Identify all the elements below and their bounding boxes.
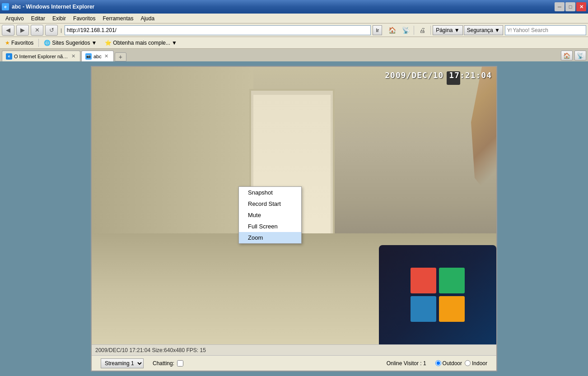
sites-sugeridos-button[interactable]: 🌐 Sites Sugeridos ▼ (41, 38, 100, 47)
obtenha-dropdown-icon: ▼ (172, 40, 177, 46)
add-favorites-button[interactable]: ★ Favoritos (2, 38, 37, 47)
context-mute[interactable]: Mute (239, 209, 301, 221)
tab-abc[interactable]: 📷 abc ✕ (81, 51, 114, 61)
star-icon: ★ (5, 40, 10, 46)
context-record-start[interactable]: Record Start (239, 198, 301, 209)
outdoor-radio[interactable] (435, 360, 441, 366)
indoor-radio[interactable] (465, 360, 471, 366)
streaming-dropdown[interactable]: Streaming 1 Streaming 2 (101, 358, 144, 368)
search-input[interactable] (513, 27, 584, 33)
tab-home-btn[interactable]: 🏠 (561, 51, 573, 60)
separator2 (430, 26, 431, 35)
logo-red-quad (411, 268, 436, 293)
tab-abc-label: abc (93, 54, 102, 59)
windows-logo (411, 268, 465, 322)
content-area: 2009/DEC/10 17:21:04 Snapshot Record Sta… (0, 61, 588, 376)
chatting-label: Chatting: (153, 360, 174, 367)
refresh-button[interactable]: ↺ (45, 25, 58, 36)
rss-button[interactable]: 📡 (399, 25, 412, 35)
address-input[interactable] (65, 25, 371, 35)
page-button[interactable]: Página ▼ (433, 25, 463, 35)
title-bar: e abc - Windows Internet Explorer ─ □ ✕ (0, 0, 588, 14)
indoor-label: Indoor (472, 360, 487, 367)
ie-favicon: e (6, 53, 12, 60)
camera-panel: 2009/DEC/10 17:21:04 Snapshot Record Sta… (91, 66, 497, 371)
home-button[interactable]: 🏠 (386, 25, 398, 35)
fav-separator (38, 39, 39, 47)
tab-bar: e O Internet Explorer não po... ✕ 📷 abc … (0, 49, 588, 61)
outdoor-option[interactable]: Outdoor (435, 360, 462, 367)
tab-rss-btn[interactable]: 📡 (574, 51, 586, 60)
streaming-section: Streaming 1 Streaming 2 (101, 358, 144, 368)
go-button[interactable]: Ir (373, 25, 382, 35)
back-button[interactable]: ◀ (2, 25, 14, 36)
controls-bar: Streaming 1 Streaming 2 Chatting: Online… (92, 355, 496, 371)
menu-editar[interactable]: Editar (28, 14, 49, 23)
outdoor-label: Outdoor (443, 360, 462, 367)
stop-button[interactable]: ✕ (31, 25, 43, 36)
monitor-display (379, 245, 496, 344)
tab-ie-close[interactable]: ✕ (70, 53, 76, 60)
menu-ajuda[interactable]: Ajuda (137, 14, 158, 23)
star-small-icon: ⭐ (105, 40, 112, 46)
context-zoom[interactable]: Zoom (239, 232, 301, 243)
tab-internet-explorer[interactable]: e O Internet Explorer não po... ✕ (2, 51, 80, 61)
context-menu: Snapshot Record Start Mute Full Screen Z… (238, 186, 302, 244)
radio-group: Outdoor Indoor (435, 360, 487, 367)
camera-feed: 2009/DEC/10 17:21:04 Snapshot Record Sta… (92, 67, 496, 344)
visitor-label: Online Visitor : 1 (387, 360, 426, 367)
context-snapshot[interactable]: Snapshot (239, 187, 301, 198)
menu-arquivo[interactable]: Arquivo (2, 14, 28, 23)
favorites-label: Favoritos (11, 40, 33, 46)
security-button[interactable]: Segurança ▼ (464, 25, 503, 35)
tab-abc-close[interactable]: ✕ (103, 53, 110, 60)
chatting-checkbox[interactable] (177, 360, 183, 367)
camera-status-bar: 2009/DEC/10 17:21:04 Size:640x480 FPS: 1… (92, 344, 496, 355)
tab-toolbar-right: 🏠 📡 (561, 51, 586, 61)
forward-button[interactable]: ▶ (16, 25, 29, 36)
toolbar-icons: 🏠 📡 🖨 Página ▼ Segurança ▼ (386, 25, 503, 35)
address-bar: ◀ ▶ ✕ ↺ | Ir 🏠 📡 🖨 Página ▼ Segurança ▼ … (0, 23, 588, 37)
maximize-button[interactable]: □ (565, 2, 575, 11)
address-label: | (60, 28, 63, 33)
window-controls: ─ □ ✕ (555, 2, 586, 11)
visitor-section: Online Visitor : 1 (387, 360, 426, 367)
obtenha-button[interactable]: ⭐ Obtenha mais comple... ▼ (102, 38, 180, 47)
tab-ie-label: O Internet Explorer não po... (14, 54, 68, 59)
menu-favoritos[interactable]: Favoritos (70, 14, 99, 23)
yahoo-icon: Y! (507, 28, 512, 33)
abc-favicon: 📷 (85, 53, 92, 60)
sites-dropdown-icon: ▼ (91, 40, 97, 46)
new-tab-button[interactable]: + (115, 52, 126, 61)
sites-sugeridos-label: Sites Sugeridos (52, 40, 90, 46)
logo-blue-quad (411, 296, 436, 322)
logo-yellow-quad (439, 296, 465, 322)
chatting-section: Chatting: (153, 360, 183, 367)
favorites-bar: ★ Favoritos 🌐 Sites Sugeridos ▼ ⭐ Obtenh… (0, 37, 588, 49)
menu-ferramentas[interactable]: Ferramentas (99, 14, 137, 23)
obtenha-label: Obtenha mais comple... (113, 40, 170, 46)
print-button[interactable]: 🖨 (416, 25, 429, 35)
close-button[interactable]: ✕ (576, 2, 586, 11)
window-icon: e (2, 3, 9, 10)
context-fullscreen[interactable]: Full Screen (239, 221, 301, 232)
indoor-option[interactable]: Indoor (465, 360, 487, 367)
logo-green-quad (439, 268, 465, 293)
window-title: abc - Windows Internet Explorer (12, 4, 555, 10)
ie-small-icon: 🌐 (44, 40, 51, 46)
minimize-button[interactable]: ─ (555, 2, 565, 11)
separator (414, 26, 414, 35)
timestamp-overlay: 2009/DEC/10 17:21:04 (385, 70, 492, 80)
menu-exibir[interactable]: Exibir (49, 14, 70, 23)
menu-bar: Arquivo Editar Exibir Favoritos Ferramen… (0, 14, 588, 23)
location-section: Outdoor Indoor (435, 360, 487, 367)
search-box: Y! (505, 25, 586, 35)
camera-status-text: 2009/DEC/10 17:21:04 Size:640x480 FPS: 1… (95, 347, 206, 353)
